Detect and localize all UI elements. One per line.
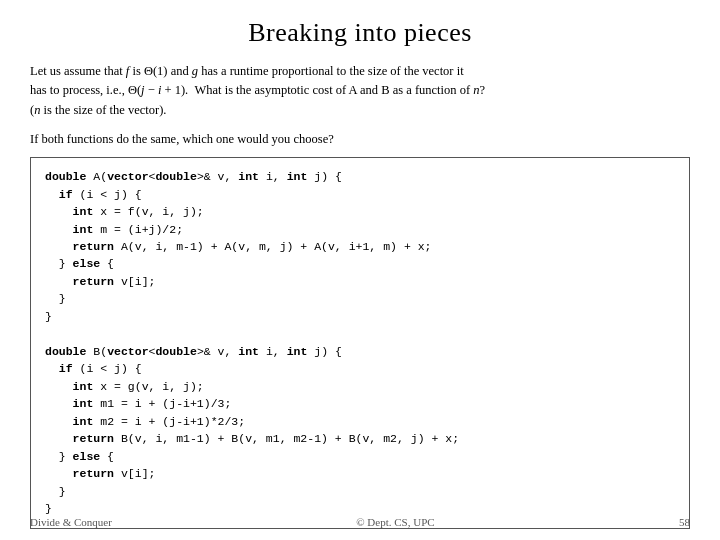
code-block: double A(vector<double>& v, int i, int j… bbox=[30, 157, 690, 528]
description-text: Let us assume that f is Θ(1) and g has a… bbox=[30, 62, 690, 120]
footer: Divide & Conquer © Dept. CS, UPC 58 bbox=[30, 516, 690, 528]
footer-center: © Dept. CS, UPC bbox=[356, 516, 434, 528]
question-text: If both functions do the same, which one… bbox=[30, 132, 690, 147]
desc-line1: Let us assume that f is Θ(1) and g has a… bbox=[30, 64, 464, 78]
slide-title: Breaking into pieces bbox=[30, 18, 690, 48]
desc-line2: has to process, i.e., Θ(j − i + 1). What… bbox=[30, 83, 485, 97]
desc-line3: (n is the size of the vector). bbox=[30, 103, 166, 117]
slide: Breaking into pieces Let us assume that … bbox=[0, 0, 720, 540]
footer-left: Divide & Conquer bbox=[30, 516, 112, 528]
footer-right: 58 bbox=[679, 516, 690, 528]
